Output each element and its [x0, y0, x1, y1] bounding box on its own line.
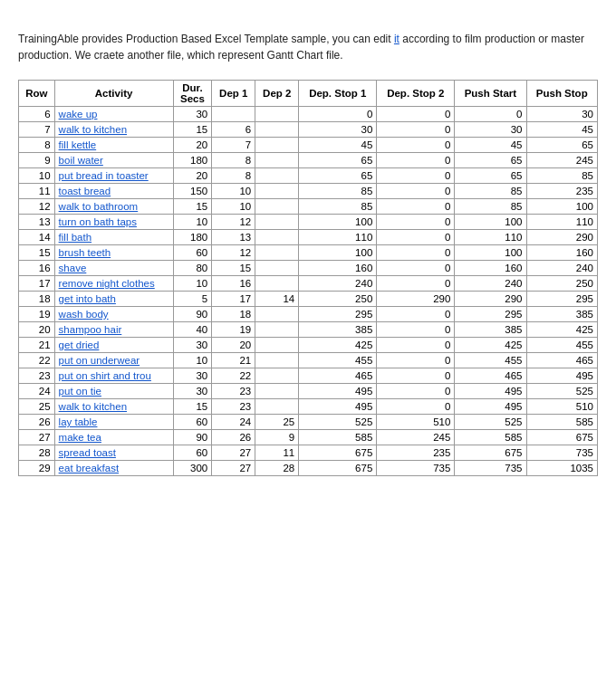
cell-value — [255, 215, 299, 230]
cell-value: 180 — [173, 153, 212, 168]
cell-value: 23 — [212, 384, 255, 399]
cell-value: 585 — [526, 415, 598, 430]
cell-value: 495 — [526, 368, 598, 384]
cell-value: 295 — [455, 307, 526, 322]
cell-value: 425 — [526, 322, 598, 338]
cell-activity: spread toast — [54, 445, 173, 461]
cell-value: 80 — [173, 261, 212, 276]
cell-value: 30 — [173, 107, 212, 122]
table-row: 10put bread in toaster2086506585 — [19, 168, 598, 184]
cell-value: 45 — [455, 138, 526, 153]
cell-row-num: 7 — [19, 122, 55, 138]
cell-activity: wake up — [54, 107, 173, 122]
cell-value — [255, 122, 299, 138]
cell-value: 0 — [377, 384, 455, 399]
cell-activity: fill bath — [54, 230, 173, 245]
cell-value: 525 — [299, 415, 377, 430]
cell-value: 40 — [173, 322, 212, 338]
cell-row-num: 13 — [19, 215, 55, 230]
cell-value: 0 — [377, 338, 455, 353]
edit-link[interactable]: it — [394, 33, 399, 45]
cell-value: 21 — [212, 353, 255, 368]
cell-value: 30 — [526, 107, 598, 122]
cell-activity: brush teeth — [54, 245, 173, 261]
cell-row-num: 12 — [19, 199, 55, 215]
cell-value: 250 — [526, 276, 598, 292]
cell-value — [255, 230, 299, 245]
cell-activity: get dried — [54, 338, 173, 353]
cell-value: 23 — [212, 399, 255, 415]
table-row: 9boil water180865065245 — [19, 153, 598, 168]
cell-row-num: 28 — [19, 445, 55, 461]
cell-value: 0 — [377, 368, 455, 384]
col-header-dep-stop2: Dep. Stop 2 — [377, 81, 455, 107]
cell-value: 0 — [455, 107, 526, 122]
cell-value: 90 — [173, 430, 212, 445]
cell-value: 85 — [455, 184, 526, 199]
cell-value: 0 — [377, 184, 455, 199]
cell-value: 20 — [212, 338, 255, 353]
cell-value: 0 — [377, 215, 455, 230]
cell-value: 30 — [455, 122, 526, 138]
cell-value: 85 — [526, 168, 598, 184]
cell-row-num: 27 — [19, 430, 55, 445]
table-row: 19wash body90182950295385 — [19, 307, 598, 322]
cell-value: 24 — [212, 415, 255, 430]
cell-value: 15 — [173, 122, 212, 138]
cell-row-num: 18 — [19, 292, 55, 307]
cell-value: 425 — [455, 338, 526, 353]
cell-value: 6 — [212, 122, 255, 138]
cell-value: 0 — [377, 399, 455, 415]
cell-row-num: 10 — [19, 168, 55, 184]
cell-value: 295 — [299, 307, 377, 322]
cell-activity: put on tie — [54, 384, 173, 399]
cell-value — [255, 338, 299, 353]
cell-value: 28 — [255, 461, 299, 476]
cell-row-num: 25 — [19, 399, 55, 415]
table-row: 17remove night clothes10162400240250 — [19, 276, 598, 292]
cell-value: 180 — [173, 230, 212, 245]
table-row: 18get into bath51714250290290295 — [19, 292, 598, 307]
cell-value: 45 — [299, 138, 377, 153]
cell-row-num: 24 — [19, 384, 55, 399]
cell-activity: walk to kitchen — [54, 399, 173, 415]
cell-value: 10 — [173, 276, 212, 292]
cell-value: 110 — [526, 215, 598, 230]
cell-value: 45 — [526, 122, 598, 138]
cell-value: 0 — [377, 322, 455, 338]
cell-value: 235 — [526, 184, 598, 199]
table-row: 23put on shirt and trou30224650465495 — [19, 368, 598, 384]
cell-value — [255, 261, 299, 276]
table-row: 28spread toast602711675235675735 — [19, 445, 598, 461]
col-header-row: Row — [19, 81, 55, 107]
cell-value: 0 — [377, 168, 455, 184]
table-row: 15brush teeth60121000100160 — [19, 245, 598, 261]
cell-value: 495 — [455, 384, 526, 399]
cell-value: 0 — [377, 138, 455, 153]
cell-value — [255, 368, 299, 384]
cell-value: 65 — [299, 153, 377, 168]
cell-value: 100 — [455, 245, 526, 261]
cell-activity: lay table — [54, 415, 173, 430]
schedule-table: Row Activity Dur.Secs Dep 1 Dep 2 Dep. S… — [18, 80, 598, 476]
cell-value: 0 — [377, 307, 455, 322]
table-row: 22put on underwear10214550455465 — [19, 353, 598, 368]
table-row: 13turn on bath taps10121000100110 — [19, 215, 598, 230]
cell-value: 10 — [212, 184, 255, 199]
cell-value — [255, 199, 299, 215]
cell-value: 7 — [212, 138, 255, 153]
cell-value: 10 — [173, 353, 212, 368]
cell-activity: boil water — [54, 153, 173, 168]
cell-row-num: 9 — [19, 153, 55, 168]
cell-value: 455 — [455, 353, 526, 368]
cell-value: 20 — [173, 138, 212, 153]
cell-value: 110 — [455, 230, 526, 245]
description: TrainingAble provides Production Based E… — [18, 31, 598, 63]
cell-value: 22 — [212, 368, 255, 384]
cell-value: 9 — [255, 430, 299, 445]
cell-value: 65 — [526, 138, 598, 153]
table-row: 27make tea90269585245585675 — [19, 430, 598, 445]
cell-value: 30 — [173, 384, 212, 399]
cell-value: 8 — [212, 153, 255, 168]
cell-row-num: 21 — [19, 338, 55, 353]
